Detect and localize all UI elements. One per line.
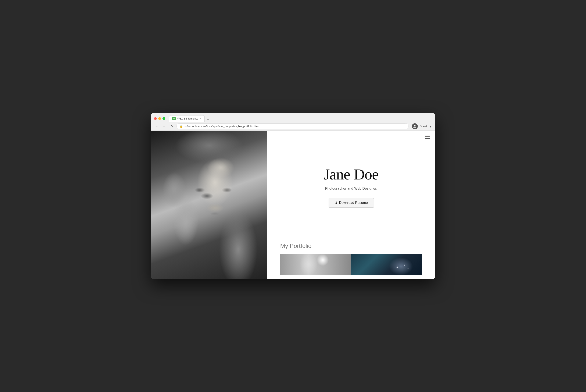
hero-content: Jane Doe Photographer and Web Designer. … <box>267 131 435 242</box>
refresh-button[interactable]: ↻ <box>169 123 175 129</box>
chrome-titlebar: W W3.CSS Template × + ⌄ <box>151 113 435 122</box>
portfolio-grid <box>280 254 422 275</box>
portrait-photo <box>151 131 267 279</box>
lock-icon: 🔒 <box>180 125 183 128</box>
portfolio-item-1[interactable] <box>280 254 351 275</box>
download-btn-label: Download Resume <box>339 201 368 205</box>
hamburger-line-1 <box>425 135 430 136</box>
tab-close-button[interactable]: × <box>200 117 201 120</box>
portfolio-section-title: My Portfolio <box>280 242 422 250</box>
hero-image-panel <box>151 131 267 279</box>
tab-bar: W W3.CSS Template × + ⌄ <box>169 115 432 122</box>
profile-area: Guest ⋮ <box>412 123 432 129</box>
url-text: w3schools.com/w3css/tryw3css_templates_b… <box>184 124 405 128</box>
tab-favicon: W <box>172 117 176 120</box>
hamburger-line-2 <box>425 136 430 137</box>
close-button[interactable] <box>154 117 157 120</box>
download-resume-button[interactable]: ⬇ Download Resume <box>329 198 374 208</box>
browser-menu-button[interactable]: ⋮ <box>429 124 432 128</box>
browser-window: W W3.CSS Template × + ⌄ ← → ↻ 🔒 w3school… <box>151 113 435 279</box>
hero-name: Jane Doe <box>324 166 379 183</box>
tab-title: W3.CSS Template <box>177 117 198 120</box>
portfolio-item-2[interactable] <box>351 254 422 275</box>
profile-label: Guest <box>420 124 427 128</box>
traffic-lights <box>154 117 165 120</box>
active-tab[interactable]: W W3.CSS Template × <box>169 115 205 122</box>
portfolio-section: My Portfolio <box>267 242 435 279</box>
minimize-button[interactable] <box>158 117 161 120</box>
page-content: Jane Doe Photographer and Web Designer. … <box>151 131 435 279</box>
download-icon: ⬇ <box>335 201 338 205</box>
hero-subtitle: Photographer and Web Designer. <box>325 187 377 190</box>
back-button[interactable]: ← <box>154 123 159 129</box>
content-panel: Jane Doe Photographer and Web Designer. … <box>267 131 435 279</box>
chrome-toolbar: ← → ↻ 🔒 w3schools.com/w3css/tryw3css_tem… <box>151 122 435 130</box>
maximize-button[interactable] <box>162 117 165 120</box>
address-bar[interactable]: 🔒 w3schools.com/w3css/tryw3css_templates… <box>176 123 409 129</box>
profile-icon[interactable] <box>412 123 418 129</box>
chrome-frame: W W3.CSS Template × + ⌄ ← → ↻ 🔒 w3school… <box>151 113 435 131</box>
hamburger-menu-button[interactable] <box>425 135 430 139</box>
hamburger-line-3 <box>425 138 430 139</box>
forward-button[interactable]: → <box>161 123 167 129</box>
new-tab-button[interactable]: + <box>205 118 211 122</box>
tab-dropdown-button[interactable]: ⌄ <box>427 116 432 122</box>
